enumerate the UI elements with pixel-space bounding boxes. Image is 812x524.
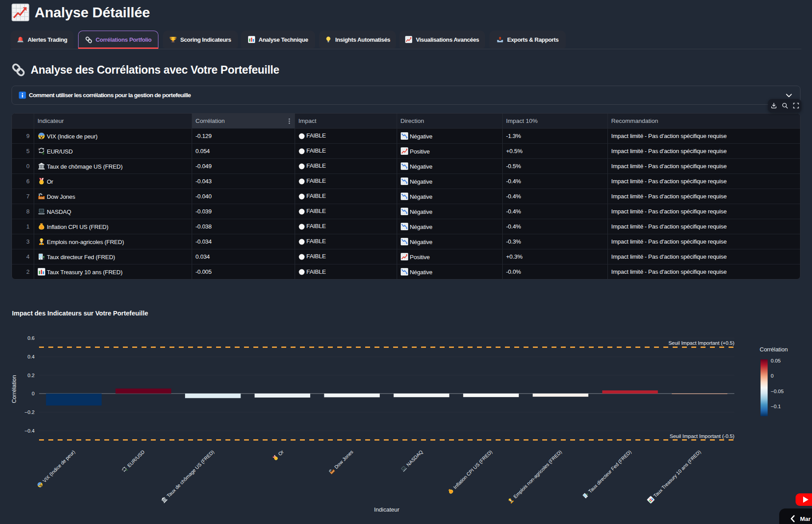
svg-text:0.2: 0.2 bbox=[28, 373, 35, 378]
svg-text:0: 0 bbox=[32, 391, 35, 396]
svg-text:EUR/USD: EUR/USD bbox=[126, 449, 146, 469]
svg-text:0.05: 0.05 bbox=[771, 358, 780, 363]
svg-text:NASDAQ: NASDAQ bbox=[406, 449, 424, 468]
svg-text:−0.05: −0.05 bbox=[771, 389, 784, 394]
svg-text:−0.4: −0.4 bbox=[24, 428, 35, 433]
svg-text:Taux Treasury 10 ans (FRED): Taux Treasury 10 ans (FRED) bbox=[652, 449, 702, 498]
svg-text:Taux de chômage US (FRED): Taux de chômage US (FRED) bbox=[166, 449, 215, 498]
svg-text:Emplois non-agricoles (FRED): Emplois non-agricoles (FRED) bbox=[512, 449, 563, 500]
svg-text:Inflation CPI US (FRED): Inflation CPI US (FRED) bbox=[452, 449, 493, 490]
svg-text:0: 0 bbox=[771, 373, 773, 378]
svg-text:Corrélation: Corrélation bbox=[11, 375, 17, 403]
svg-text:Seuil Impact Important (+0.5): Seuil Impact Important (+0.5) bbox=[668, 340, 734, 346]
svg-text:−0.2: −0.2 bbox=[24, 410, 35, 415]
svg-text:Impact des Indicateurs sur Vot: Impact des Indicateurs sur Votre Portefe… bbox=[12, 310, 148, 317]
svg-text:Dow Jones: Dow Jones bbox=[333, 449, 354, 470]
svg-text:0.4: 0.4 bbox=[28, 354, 35, 359]
svg-text:Seuil Impact Important (-0.5): Seuil Impact Important (-0.5) bbox=[670, 433, 734, 439]
svg-text:Or: Or bbox=[277, 449, 284, 457]
svg-text:−0.1: −0.1 bbox=[771, 404, 781, 409]
svg-text:Corrélation: Corrélation bbox=[760, 346, 788, 353]
svg-text:VIX (Indice de peur): VIX (Indice de peur) bbox=[42, 449, 76, 484]
svg-text:0.6: 0.6 bbox=[28, 335, 35, 341]
svg-text:Taux directeur Fed (FRED): Taux directeur Fed (FRED) bbox=[587, 449, 632, 494]
svg-text:Indicateur: Indicateur bbox=[374, 506, 400, 513]
